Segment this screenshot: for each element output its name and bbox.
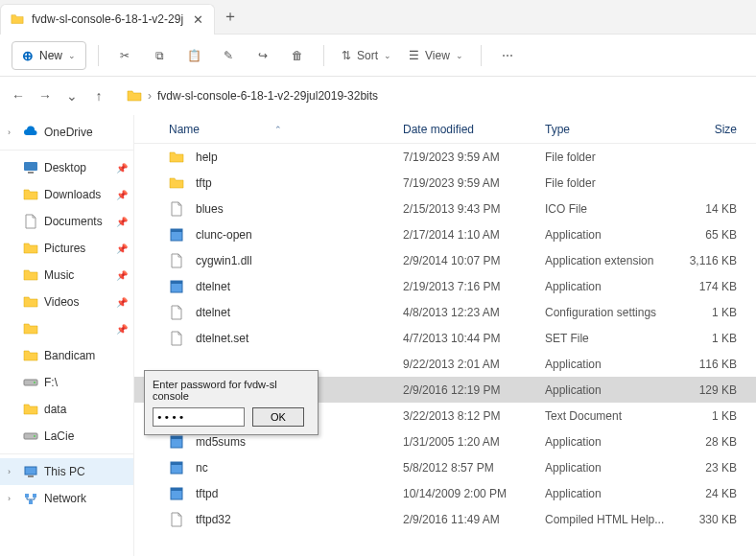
app-icon <box>169 460 184 475</box>
separator <box>323 45 324 66</box>
sidebar-item-blank[interactable]: 📌 <box>0 315 133 342</box>
app2-icon <box>169 279 184 294</box>
rename-button[interactable]: ✎ <box>214 41 243 70</box>
folder-icon <box>127 88 142 104</box>
file-row[interactable]: cygwin1.dll 2/9/2014 10:07 PM Applicatio… <box>134 247 756 273</box>
sidebar-item-thispc[interactable]: › This PC <box>0 458 133 485</box>
delete-button[interactable]: 🗑 <box>283 41 312 70</box>
file-type: File folder <box>545 176 670 190</box>
sidebar-item-bandicam[interactable]: Bandicam <box>0 342 133 369</box>
column-headers: Name ⌃ Date modified Type Size <box>134 115 756 144</box>
separator <box>0 150 133 151</box>
paste-button[interactable]: 📋 <box>179 41 208 70</box>
file-date: 2/17/2014 1:10 AM <box>403 228 545 242</box>
ok-button[interactable]: OK <box>252 407 304 427</box>
sidebar-item-downloads[interactable]: Downloads 📌 <box>0 181 133 208</box>
file-row[interactable]: help 7/19/2023 9:59 AM File folder <box>134 144 756 170</box>
file-list: Name ⌃ Date modified Type Size help 7/19… <box>134 115 756 556</box>
file-row[interactable]: dtelnet.set 4/7/2013 10:44 PM SET File 1… <box>134 325 756 351</box>
column-type[interactable]: Type <box>545 123 670 136</box>
sidebar-item-onedrive[interactable]: › OneDrive <box>0 119 133 146</box>
pin-icon: 📌 <box>116 243 128 254</box>
nav-row: ← → ⌄ ↑ › fvdw-sl-console-6-18-1-v2-29ju… <box>0 77 756 115</box>
back-button[interactable]: ← <box>10 88 27 104</box>
folder-icon <box>23 348 38 363</box>
more-button[interactable]: ⋯ <box>493 41 522 70</box>
column-name[interactable]: Name ⌃ <box>169 123 403 136</box>
new-label: New <box>39 49 62 62</box>
file-name: md5sums <box>196 435 403 449</box>
sidebar-item-lacie[interactable]: LaCie <box>0 423 133 450</box>
file-size: 330 KB <box>670 513 737 526</box>
sidebar-item-pictures[interactable]: Pictures 📌 <box>0 235 133 262</box>
file-size: 174 KB <box>670 280 737 293</box>
file-row[interactable]: nc 5/8/2012 8:57 PM Application 23 KB <box>134 454 756 480</box>
file-size: 14 KB <box>670 202 737 216</box>
address-bar[interactable]: › fvdw-sl-console-6-18-1-v2-29jul2019-32… <box>117 88 746 104</box>
file-name: blues <box>196 202 403 216</box>
network-icon <box>23 491 38 506</box>
file-type: Application <box>545 228 670 242</box>
file-size: 1 KB <box>670 306 737 319</box>
file-date: 2/15/2013 9:43 PM <box>403 202 545 216</box>
file-name: tftp <box>196 176 403 190</box>
sidebar-item-label: OneDrive <box>44 126 93 139</box>
desktop-icon <box>23 160 38 175</box>
sidebar-item-data[interactable]: data <box>0 396 133 423</box>
file-size: 1 KB <box>670 409 737 423</box>
file-row[interactable]: tftpd 10/14/2009 2:00 PM Application 24 … <box>134 480 756 506</box>
chm-icon <box>169 512 184 527</box>
file-row[interactable]: clunc-open 2/17/2014 1:10 AM Application… <box>134 221 756 247</box>
folder-icon <box>23 402 38 417</box>
pictures-icon <box>23 241 38 256</box>
sort-button[interactable]: ⇅ Sort ⌄ <box>336 41 397 70</box>
view-button[interactable]: ☰ View ⌄ <box>403 41 469 70</box>
folder-icon <box>169 175 184 191</box>
sidebar-item-music[interactable]: Music 📌 <box>0 262 133 289</box>
close-icon[interactable]: ✕ <box>191 12 204 26</box>
file-row[interactable]: tftp 7/19/2023 9:59 AM File folder <box>134 170 756 196</box>
app-icon <box>169 486 184 501</box>
file-type: Application <box>545 461 670 475</box>
chevron-right-icon: › <box>8 494 17 503</box>
sidebar-item-documents[interactable]: Documents 📌 <box>0 208 133 235</box>
file-row[interactable]: dtelnet 4/8/2013 12:23 AM Configuration … <box>134 299 756 325</box>
file-date: 4/7/2013 10:44 PM <box>403 332 545 345</box>
folder-icon <box>169 150 184 165</box>
forward-button[interactable]: → <box>36 88 54 104</box>
file-name: dtelnet.set <box>196 332 403 345</box>
file-type: File folder <box>545 151 670 164</box>
file-size: 65 KB <box>670 228 737 242</box>
downloads-icon <box>23 187 38 202</box>
cut-button[interactable]: ✂ <box>110 41 139 70</box>
file-date: 3/22/2013 8:12 PM <box>403 409 545 423</box>
new-button[interactable]: ⊕ New ⌄ <box>12 41 86 70</box>
file-date: 7/19/2023 9:59 AM <box>403 176 545 190</box>
new-tab-button[interactable]: ＋ <box>215 2 246 33</box>
sidebar-item-desktop[interactable]: Desktop 📌 <box>0 154 133 181</box>
sidebar-item-network[interactable]: › Network <box>0 485 133 512</box>
file-date: 2/9/2016 12:19 PM <box>403 383 545 397</box>
sidebar-item-label: data <box>44 403 66 416</box>
file-type: Compiled HTML Help... <box>545 513 670 526</box>
password-input[interactable] <box>153 407 245 427</box>
file-size: 129 KB <box>670 383 737 397</box>
file-date: 5/8/2012 8:57 PM <box>403 461 545 475</box>
column-size[interactable]: Size <box>670 123 737 136</box>
file-row[interactable]: blues 2/15/2013 9:43 PM ICO File 14 KB <box>134 196 756 221</box>
tab-active[interactable]: fvdw-sl-console-6-18-1-v2-29j ✕ <box>0 4 215 35</box>
file-size: 28 KB <box>670 435 737 449</box>
sidebar-item-f[interactable]: F:\ <box>0 369 133 396</box>
recent-button[interactable]: ⌄ <box>63 88 81 104</box>
up-button[interactable]: ↑ <box>90 88 107 104</box>
sidebar-item-videos[interactable]: Videos 📌 <box>0 289 133 315</box>
file-type: Application <box>545 280 670 293</box>
copy-button[interactable]: ⧉ <box>145 41 174 70</box>
file-row[interactable]: tftpd32 2/9/2016 11:49 AM Compiled HTML … <box>134 506 756 532</box>
breadcrumb-item[interactable]: fvdw-sl-console-6-18-1-v2-29jul2019-32bi… <box>157 89 378 103</box>
folder-icon <box>11 12 24 26</box>
documents-icon <box>23 214 38 229</box>
column-date[interactable]: Date modified <box>403 123 545 136</box>
share-button[interactable]: ↪ <box>248 41 277 70</box>
file-row[interactable]: dtelnet 2/19/2013 7:16 PM Application 17… <box>134 273 756 299</box>
